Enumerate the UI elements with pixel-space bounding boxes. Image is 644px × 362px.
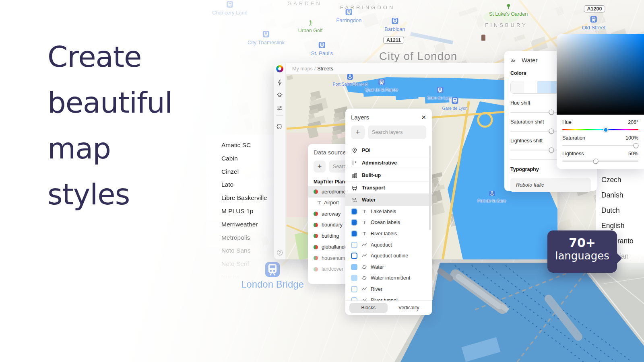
font-option[interactable]: Nunito: [221, 271, 279, 284]
font-option[interactable]: M PLUS 1p: [221, 205, 279, 218]
flag-icon: [352, 160, 357, 166]
sublayer-name: Lake labels: [371, 209, 396, 214]
saturation-slider[interactable]: [562, 145, 638, 146]
sublayer-row[interactable]: TRiver labels: [345, 228, 432, 239]
tab-blocks[interactable]: Blocks: [349, 303, 388, 313]
language-option[interactable]: Danish: [601, 187, 644, 203]
font-option[interactable]: Cabin: [221, 152, 279, 165]
editor-sidebar: ?: [274, 63, 286, 259]
layer-color-dot: [314, 189, 318, 194]
sublayer-row[interactable]: TLake labels: [345, 206, 432, 217]
badge-value: 70+: [547, 236, 617, 250]
checkbox-area[interactable]: [351, 264, 357, 270]
color-picker-panel: Hue206° Saturation100% Lightness50%: [557, 34, 644, 169]
sublayer-name: Ocean labels: [371, 220, 400, 225]
lightness-label: Lightness: [562, 151, 584, 156]
tab-verticality[interactable]: Verticality: [390, 303, 428, 313]
checkbox-checked[interactable]: [351, 219, 357, 226]
checkbox-checked[interactable]: [351, 230, 357, 237]
layers-icon[interactable]: [277, 92, 283, 99]
checkbox-checked[interactable]: [351, 208, 357, 215]
font-option[interactable]: Libre Baskerville: [221, 191, 279, 205]
text-style-icon: T: [361, 209, 367, 214]
layer-color-dot: [314, 245, 318, 249]
sublayer-row[interactable]: Water intermittent: [345, 273, 432, 284]
sublayer-row[interactable]: River: [345, 284, 432, 295]
font-select-field[interactable]: Roboto Italic: [510, 178, 591, 192]
close-icon[interactable]: ✕: [421, 114, 426, 120]
layer-group-transport[interactable]: Transport: [345, 181, 432, 194]
color-swatch[interactable]: [511, 81, 524, 93]
layer-group-water[interactable]: Water: [345, 193, 432, 206]
layer-color-dot: [314, 256, 318, 260]
language-option[interactable]: Czech: [601, 172, 644, 187]
hue-slider-knob[interactable]: [603, 127, 608, 132]
add-source-button[interactable]: +: [314, 160, 326, 173]
language-option[interactable]: Dutch: [601, 203, 644, 218]
water-panel-title: Water: [522, 57, 537, 64]
breadcrumb-parent[interactable]: My maps: [292, 66, 313, 72]
font-option[interactable]: Merriweather: [221, 218, 279, 231]
layer-group-built-up[interactable]: Built-up: [345, 169, 432, 181]
font-option[interactable]: Amatic SC: [221, 139, 279, 152]
checkbox-area2[interactable]: [351, 275, 357, 281]
sublayer-row[interactable]: Water: [345, 261, 432, 273]
hero-canvas: GARDENFARRINGDONChancery LaneFarringdonU…: [0, 0, 644, 362]
sublayer-row[interactable]: Aqueduct: [345, 239, 432, 251]
sublayer-name: Aqueduct outline: [371, 253, 408, 259]
lightness-slider[interactable]: [562, 160, 638, 162]
saturation-lightness-square[interactable]: [557, 34, 644, 115]
bolt-icon[interactable]: [277, 79, 283, 86]
line-style-icon: [361, 242, 367, 248]
sublayer-name: River: [371, 286, 382, 292]
badge-label: languages: [547, 250, 617, 262]
sublayer-name: Aqueduct: [371, 242, 392, 248]
sublayer-row[interactable]: Aqueduct outline: [345, 250, 432, 261]
color-swatch[interactable]: [537, 81, 551, 93]
checkbox-unchecked[interactable]: [351, 286, 357, 292]
waves-icon: [510, 58, 516, 63]
area-style-icon: [361, 264, 367, 270]
heading-line: styles: [47, 171, 172, 217]
heading-line: beautiful: [47, 80, 172, 125]
checkbox-unchecked[interactable]: [351, 242, 357, 248]
help-icon[interactable]: ?: [277, 250, 283, 255]
layers-scrollbar[interactable]: [429, 146, 431, 230]
hue-slider[interactable]: [562, 129, 638, 130]
sliders-icon[interactable]: [277, 105, 283, 111]
font-option[interactable]: Lato: [221, 178, 279, 191]
checkbox-outline[interactable]: [351, 253, 357, 259]
slider-knob[interactable]: [549, 110, 554, 115]
lightness-slider-knob[interactable]: [593, 158, 599, 164]
layers-bottom-tabs: BlocksVerticality: [345, 300, 432, 315]
source-layer-name: Airport: [324, 200, 339, 206]
sublayer-row[interactable]: TOcean labels: [345, 217, 432, 228]
color-swatch[interactable]: [524, 81, 537, 93]
layer-group-label: Water: [362, 197, 376, 203]
layers-title: Layers: [351, 114, 369, 121]
add-layer-button[interactable]: +: [351, 125, 365, 139]
languages-badge: 70+ languages: [547, 230, 617, 273]
font-option[interactable]: Noto Serif: [221, 257, 279, 271]
slider-knob[interactable]: [549, 129, 554, 134]
font-option[interactable]: Metropolis: [221, 231, 279, 245]
saturation-slider-knob[interactable]: [634, 143, 639, 148]
layers-panel: Layers ✕ + Search layers POIAdministrati…: [345, 109, 432, 315]
layer-group-poi[interactable]: POI: [345, 144, 432, 157]
text-style-icon: T: [361, 220, 367, 225]
font-option[interactable]: Cinzel: [221, 165, 279, 179]
slider-knob[interactable]: [549, 148, 554, 153]
page-title: Createbeautifulmapstyles: [47, 34, 172, 217]
line-style-icon: [361, 253, 367, 259]
maptiler-logo-icon[interactable]: [276, 65, 283, 72]
line-style-icon: [361, 286, 367, 292]
waves-icon: [352, 197, 357, 203]
font-list-panel: Amatic SCCabinCinzelLatoLibre Baskervill…: [206, 135, 279, 283]
font-option[interactable]: Noto Sans: [221, 244, 279, 257]
text-layer-icon: T: [318, 200, 321, 206]
sidebar-divider: [276, 115, 283, 116]
layer-list: POIAdministrativeBuilt-upTransportWaterT…: [345, 144, 432, 306]
puzzle-icon[interactable]: [277, 123, 283, 130]
layer-group-administrative[interactable]: Administrative: [345, 157, 432, 169]
layer-search-input[interactable]: Search layers: [368, 125, 426, 139]
